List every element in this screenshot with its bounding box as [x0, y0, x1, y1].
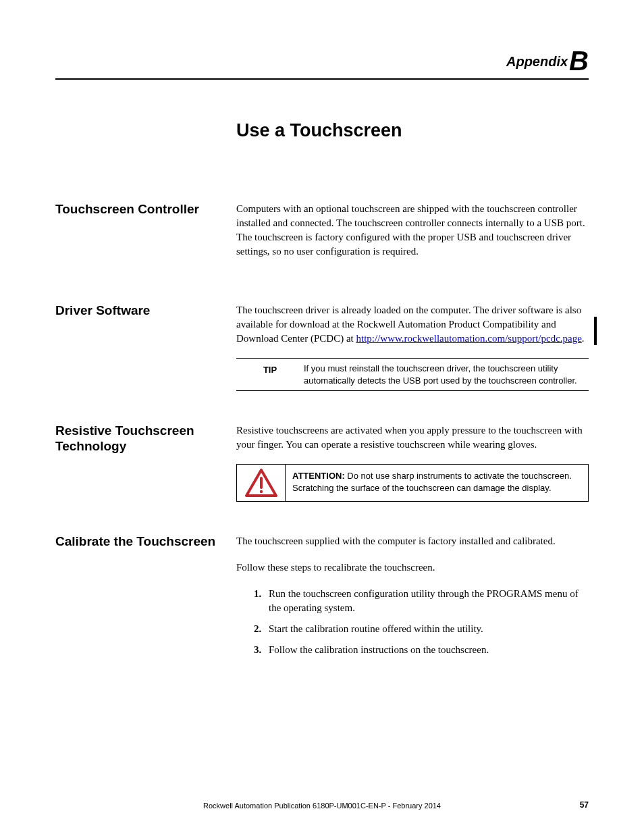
list-item: Follow the calibration instructions on t…: [254, 643, 589, 657]
section-touchscreen-controller: Touchscreen Controller Computers with an…: [55, 202, 589, 271]
section-heading: Driver Software: [55, 303, 236, 391]
body-text: Computers with an optional touchscreen a…: [236, 202, 589, 259]
appendix-word: Appendix: [506, 54, 568, 69]
calibrate-steps: Run the touchscreen configuration utilit…: [236, 587, 589, 657]
section-heading: Touchscreen Controller: [55, 202, 236, 271]
intro-1: The touchscreen supplied with the comput…: [236, 534, 589, 548]
attention-callout: ATTENTION: Do not use sharp instruments …: [236, 464, 589, 502]
appendix-header: AppendixB: [55, 47, 589, 80]
appendix-letter: B: [569, 46, 589, 76]
publication-info: Rockwell Automation Publication 6180P-UM…: [203, 802, 441, 810]
section-resistive-touchscreen: Resistive Touchscreen Technology Resisti…: [55, 423, 589, 502]
list-item: Run the touchscreen configuration utilit…: [254, 587, 589, 615]
intro-2: Follow these steps to recalibrate the to…: [236, 561, 589, 575]
body-text: Resistive touchscreens are activated whe…: [236, 423, 589, 452]
svg-point-2: [259, 490, 262, 493]
page-number: 57: [580, 800, 589, 810]
change-bar-icon: [594, 317, 597, 345]
section-driver-software: Driver Software The touchscreen driver i…: [55, 303, 589, 391]
section-heading: Calibrate the Touchscreen: [55, 534, 236, 664]
section-heading: Resistive Touchscreen Technology: [55, 423, 236, 502]
section-body: The touchscreen driver is already loaded…: [236, 303, 589, 391]
attention-icon-cell: [237, 465, 286, 501]
tip-text: If you must reinstall the touchscreen dr…: [304, 363, 589, 386]
section-body: Computers with an optional touchscreen a…: [236, 202, 589, 271]
tip-callout: TIP If you must reinstall the touchscree…: [236, 358, 589, 391]
section-body: Resistive touchscreens are activated whe…: [236, 423, 589, 502]
chapter-title: Use a Touchscreen: [236, 120, 589, 141]
page-footer: Rockwell Automation Publication 6180P-UM…: [55, 802, 589, 810]
attention-text: ATTENTION: Do not use sharp instruments …: [286, 465, 588, 501]
tip-label: TIP: [236, 363, 304, 386]
section-calibrate-touchscreen: Calibrate the Touchscreen The touchscree…: [55, 534, 589, 664]
pcdc-link[interactable]: http://www.rockwellautomation.com/suppor…: [356, 333, 581, 344]
section-body: The touchscreen supplied with the comput…: [236, 534, 589, 664]
attention-label: ATTENTION:: [292, 471, 345, 481]
list-item: Start the calibration routine offered wi…: [254, 622, 589, 636]
warning-triangle-icon: [245, 469, 277, 497]
body-text: The touchscreen driver is already loaded…: [236, 303, 589, 346]
body-post: .: [582, 333, 585, 344]
